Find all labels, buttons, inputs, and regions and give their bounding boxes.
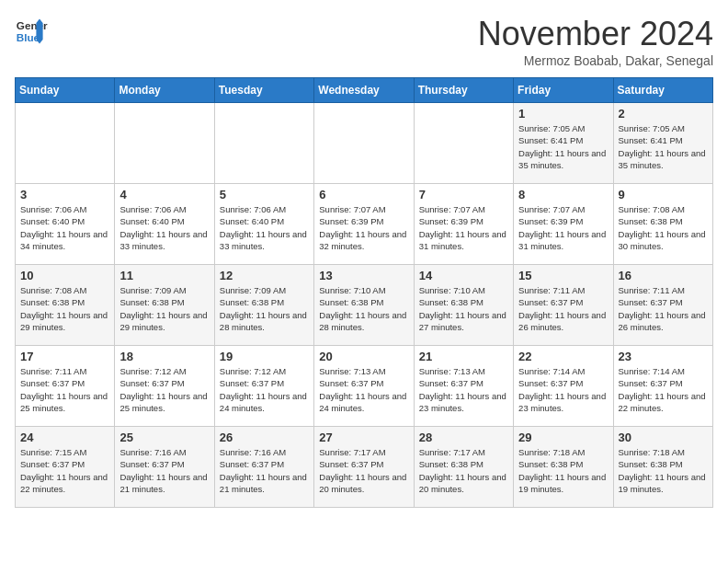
- calendar-cell: 3Sunrise: 7:06 AM Sunset: 6:40 PM Daylig…: [16, 184, 115, 265]
- calendar-cell: 28Sunrise: 7:17 AM Sunset: 6:38 PM Dayli…: [414, 427, 513, 508]
- calendar-cell: 8Sunrise: 7:07 AM Sunset: 6:39 PM Daylig…: [514, 184, 613, 265]
- header-saturday: Saturday: [613, 78, 712, 103]
- calendar-cell: 26Sunrise: 7:16 AM Sunset: 6:37 PM Dayli…: [214, 427, 313, 508]
- day-info: Sunrise: 7:07 AM Sunset: 6:39 PM Dayligh…: [319, 203, 408, 252]
- day-info: Sunrise: 7:13 AM Sunset: 6:37 PM Dayligh…: [319, 365, 408, 414]
- calendar-cell: 7Sunrise: 7:07 AM Sunset: 6:39 PM Daylig…: [414, 184, 513, 265]
- day-number: 25: [119, 431, 209, 444]
- day-number: 9: [619, 188, 708, 201]
- header-friday: Friday: [514, 78, 613, 103]
- calendar-cell: 22Sunrise: 7:14 AM Sunset: 6:37 PM Dayli…: [514, 346, 613, 427]
- calendar-cell: 11Sunrise: 7:09 AM Sunset: 6:38 PM Dayli…: [115, 265, 214, 346]
- day-info: Sunrise: 7:06 AM Sunset: 6:40 PM Dayligh…: [20, 203, 109, 252]
- day-number: 28: [419, 431, 508, 444]
- calendar-cell: 21Sunrise: 7:13 AM Sunset: 6:37 PM Dayli…: [414, 346, 513, 427]
- day-number: 7: [419, 188, 508, 201]
- day-number: 19: [220, 350, 309, 363]
- calendar-cell: 10Sunrise: 7:08 AM Sunset: 6:38 PM Dayli…: [16, 265, 115, 346]
- calendar-cell: [16, 103, 115, 184]
- day-info: Sunrise: 7:11 AM Sunset: 6:37 PM Dayligh…: [20, 365, 109, 414]
- calendar-cell: 24Sunrise: 7:15 AM Sunset: 6:37 PM Dayli…: [16, 427, 115, 508]
- calendar-cell: 14Sunrise: 7:10 AM Sunset: 6:38 PM Dayli…: [414, 265, 513, 346]
- calendar-week-row: 1Sunrise: 7:05 AM Sunset: 6:41 PM Daylig…: [16, 103, 713, 184]
- location-subtitle: Mermoz Boabab, Dakar, Senegal: [478, 53, 713, 68]
- calendar-cell: 20Sunrise: 7:13 AM Sunset: 6:37 PM Dayli…: [314, 346, 414, 427]
- calendar-cell: 6Sunrise: 7:07 AM Sunset: 6:39 PM Daylig…: [314, 184, 414, 265]
- calendar-cell: 19Sunrise: 7:12 AM Sunset: 6:37 PM Dayli…: [214, 346, 313, 427]
- day-number: 10: [20, 269, 109, 282]
- day-info: Sunrise: 7:14 AM Sunset: 6:37 PM Dayligh…: [518, 365, 608, 414]
- day-number: 11: [119, 269, 209, 282]
- calendar-cell: 17Sunrise: 7:11 AM Sunset: 6:37 PM Dayli…: [16, 346, 115, 427]
- day-info: Sunrise: 7:09 AM Sunset: 6:38 PM Dayligh…: [119, 284, 209, 333]
- day-info: Sunrise: 7:17 AM Sunset: 6:38 PM Dayligh…: [419, 446, 508, 495]
- calendar-cell: 2Sunrise: 7:05 AM Sunset: 6:41 PM Daylig…: [613, 103, 712, 184]
- day-number: 6: [319, 188, 408, 201]
- calendar-cell: 27Sunrise: 7:17 AM Sunset: 6:37 PM Dayli…: [314, 427, 414, 508]
- day-info: Sunrise: 7:05 AM Sunset: 6:41 PM Dayligh…: [619, 122, 708, 171]
- day-info: Sunrise: 7:12 AM Sunset: 6:37 PM Dayligh…: [119, 365, 209, 414]
- calendar-cell: 12Sunrise: 7:09 AM Sunset: 6:38 PM Dayli…: [214, 265, 313, 346]
- day-info: Sunrise: 7:15 AM Sunset: 6:37 PM Dayligh…: [20, 446, 109, 495]
- calendar-cell: 18Sunrise: 7:12 AM Sunset: 6:37 PM Dayli…: [115, 346, 214, 427]
- day-info: Sunrise: 7:14 AM Sunset: 6:37 PM Dayligh…: [619, 365, 708, 414]
- calendar-table: SundayMondayTuesdayWednesdayThursdayFrid…: [15, 77, 713, 508]
- day-number: 15: [518, 269, 608, 282]
- day-number: 23: [619, 350, 708, 363]
- day-number: 20: [319, 350, 408, 363]
- day-info: Sunrise: 7:11 AM Sunset: 6:37 PM Dayligh…: [619, 284, 708, 333]
- day-number: 14: [419, 269, 508, 282]
- day-number: 12: [220, 269, 309, 282]
- day-number: 26: [220, 431, 309, 444]
- day-number: 29: [518, 431, 608, 444]
- day-info: Sunrise: 7:08 AM Sunset: 6:38 PM Dayligh…: [20, 284, 109, 333]
- calendar-cell: 4Sunrise: 7:06 AM Sunset: 6:40 PM Daylig…: [115, 184, 214, 265]
- calendar-cell: 16Sunrise: 7:11 AM Sunset: 6:37 PM Dayli…: [613, 265, 712, 346]
- header-thursday: Thursday: [414, 78, 513, 103]
- day-info: Sunrise: 7:07 AM Sunset: 6:39 PM Dayligh…: [518, 203, 608, 252]
- calendar-cell: [414, 103, 513, 184]
- month-title: November 2024: [478, 15, 713, 53]
- day-info: Sunrise: 7:10 AM Sunset: 6:38 PM Dayligh…: [319, 284, 408, 333]
- calendar-cell: [115, 103, 214, 184]
- day-number: 8: [518, 188, 608, 201]
- day-number: 13: [319, 269, 408, 282]
- logo: General Blue: [15, 15, 48, 48]
- day-info: Sunrise: 7:11 AM Sunset: 6:37 PM Dayligh…: [518, 284, 608, 333]
- calendar-cell: 30Sunrise: 7:18 AM Sunset: 6:38 PM Dayli…: [613, 427, 712, 508]
- calendar-week-row: 24Sunrise: 7:15 AM Sunset: 6:37 PM Dayli…: [16, 427, 713, 508]
- day-number: 2: [619, 107, 708, 121]
- day-info: Sunrise: 7:06 AM Sunset: 6:40 PM Dayligh…: [119, 203, 209, 252]
- day-info: Sunrise: 7:09 AM Sunset: 6:38 PM Dayligh…: [220, 284, 309, 333]
- header-wednesday: Wednesday: [314, 78, 414, 103]
- calendar-cell: 1Sunrise: 7:05 AM Sunset: 6:41 PM Daylig…: [514, 103, 613, 184]
- day-number: 18: [119, 350, 209, 363]
- page-header: General Blue November 2024 Mermoz Boabab…: [15, 15, 713, 68]
- day-number: 24: [20, 431, 109, 444]
- logo-icon: General Blue: [15, 15, 48, 48]
- header-monday: Monday: [115, 78, 214, 103]
- day-info: Sunrise: 7:16 AM Sunset: 6:37 PM Dayligh…: [220, 446, 309, 495]
- day-number: 1: [518, 107, 608, 121]
- day-info: Sunrise: 7:06 AM Sunset: 6:40 PM Dayligh…: [220, 203, 309, 252]
- calendar-week-row: 3Sunrise: 7:06 AM Sunset: 6:40 PM Daylig…: [16, 184, 713, 265]
- svg-text:General: General: [17, 19, 48, 31]
- calendar-week-row: 17Sunrise: 7:11 AM Sunset: 6:37 PM Dayli…: [16, 346, 713, 427]
- day-number: 21: [419, 350, 508, 363]
- day-info: Sunrise: 7:16 AM Sunset: 6:37 PM Dayligh…: [119, 446, 209, 495]
- day-number: 17: [20, 350, 109, 363]
- calendar-cell: 5Sunrise: 7:06 AM Sunset: 6:40 PM Daylig…: [214, 184, 313, 265]
- day-info: Sunrise: 7:13 AM Sunset: 6:37 PM Dayligh…: [419, 365, 508, 414]
- calendar-cell: 9Sunrise: 7:08 AM Sunset: 6:38 PM Daylig…: [613, 184, 712, 265]
- day-info: Sunrise: 7:17 AM Sunset: 6:37 PM Dayligh…: [319, 446, 408, 495]
- calendar-cell: 15Sunrise: 7:11 AM Sunset: 6:37 PM Dayli…: [514, 265, 613, 346]
- day-number: 4: [119, 188, 209, 201]
- calendar-cell: 25Sunrise: 7:16 AM Sunset: 6:37 PM Dayli…: [115, 427, 214, 508]
- day-number: 22: [518, 350, 608, 363]
- day-info: Sunrise: 7:18 AM Sunset: 6:38 PM Dayligh…: [619, 446, 708, 495]
- day-number: 30: [619, 431, 708, 444]
- header-sunday: Sunday: [16, 78, 115, 103]
- day-info: Sunrise: 7:05 AM Sunset: 6:41 PM Dayligh…: [518, 122, 608, 171]
- title-block: November 2024 Mermoz Boabab, Dakar, Sene…: [478, 15, 713, 68]
- calendar-cell: [214, 103, 313, 184]
